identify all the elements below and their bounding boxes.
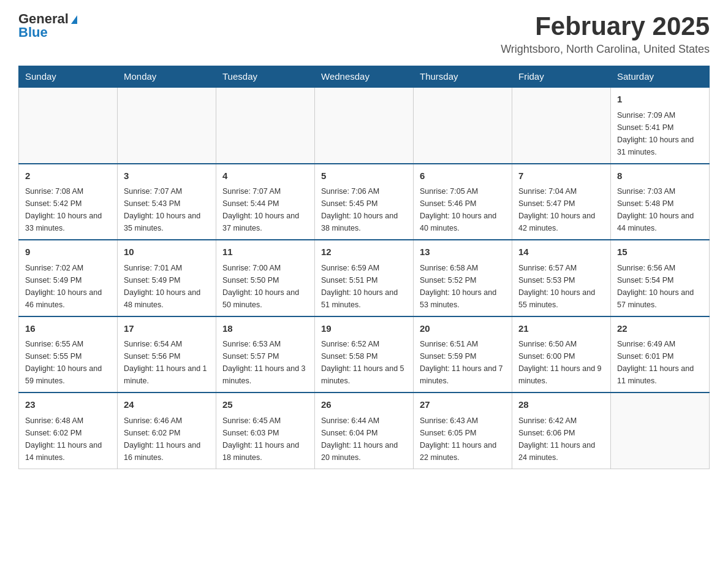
day-cell [216,87,315,164]
day-cell: 20Sunrise: 6:51 AMSunset: 5:59 PMDayligh… [414,316,512,393]
day-cell [414,87,512,164]
day-cell: 17Sunrise: 6:54 AMSunset: 5:56 PMDayligh… [118,316,216,393]
day-cell: 12Sunrise: 6:59 AMSunset: 5:51 PMDayligh… [315,240,414,316]
week-row-1: 1Sunrise: 7:09 AMSunset: 5:41 PMDaylight… [19,87,710,164]
day-cell: 25Sunrise: 6:45 AMSunset: 6:03 PMDayligh… [216,393,315,469]
day-number: 25 [222,398,308,412]
day-cell: 28Sunrise: 6:42 AMSunset: 6:06 PMDayligh… [512,393,611,469]
day-cell: 6Sunrise: 7:05 AMSunset: 5:46 PMDaylight… [414,164,512,240]
day-info: Sunrise: 7:02 AMSunset: 5:49 PMDaylight:… [25,262,111,311]
header-wednesday: Wednesday [315,66,414,88]
day-info: Sunrise: 6:59 AMSunset: 5:51 PMDaylight:… [321,262,407,311]
day-info: Sunrise: 7:06 AMSunset: 5:45 PMDaylight:… [321,185,407,234]
day-info: Sunrise: 7:01 AMSunset: 5:49 PMDaylight:… [124,262,210,311]
day-number: 4 [222,169,308,183]
day-number: 18 [222,322,308,336]
header-thursday: Thursday [414,66,512,88]
day-cell: 15Sunrise: 6:56 AMSunset: 5:54 PMDayligh… [611,240,710,316]
logo-triangle-icon [71,15,77,24]
day-cell: 9Sunrise: 7:02 AMSunset: 5:49 PMDaylight… [19,240,118,316]
day-number: 6 [420,169,506,183]
day-info: Sunrise: 7:07 AMSunset: 5:44 PMDaylight:… [222,185,308,234]
day-info: Sunrise: 6:55 AMSunset: 5:55 PMDaylight:… [25,338,111,387]
day-cell: 18Sunrise: 6:53 AMSunset: 5:57 PMDayligh… [216,316,315,393]
day-cell: 11Sunrise: 7:00 AMSunset: 5:50 PMDayligh… [216,240,315,316]
day-info: Sunrise: 7:07 AMSunset: 5:43 PMDaylight:… [124,185,210,234]
day-info: Sunrise: 7:09 AMSunset: 5:41 PMDaylight:… [617,109,703,158]
week-row-5: 23Sunrise: 6:48 AMSunset: 6:02 PMDayligh… [19,393,710,469]
day-number: 22 [617,322,703,336]
calendar-table: Sunday Monday Tuesday Wednesday Thursday… [18,66,710,469]
day-info: Sunrise: 6:54 AMSunset: 5:56 PMDaylight:… [124,338,210,387]
day-cell: 16Sunrise: 6:55 AMSunset: 5:55 PMDayligh… [19,316,118,393]
day-number: 19 [321,322,407,336]
day-info: Sunrise: 7:05 AMSunset: 5:46 PMDaylight:… [420,185,506,234]
day-cell: 27Sunrise: 6:43 AMSunset: 6:05 PMDayligh… [414,393,512,469]
week-row-4: 16Sunrise: 6:55 AMSunset: 5:55 PMDayligh… [19,316,710,393]
day-cell: 4Sunrise: 7:07 AMSunset: 5:44 PMDaylight… [216,164,315,240]
month-title: February 2025 [501,12,710,40]
header-monday: Monday [118,66,216,88]
day-number: 26 [321,398,407,412]
day-number: 24 [124,398,210,412]
title-block: February 2025 Wrightsboro, North Carolin… [501,12,710,56]
weekday-header-row: Sunday Monday Tuesday Wednesday Thursday… [19,66,710,88]
day-number: 9 [25,245,111,259]
day-cell [19,87,118,164]
day-cell [611,393,710,469]
logo: General Blue [18,12,77,39]
day-number: 20 [420,322,506,336]
day-number: 3 [124,169,210,183]
week-row-2: 2Sunrise: 7:08 AMSunset: 5:42 PMDaylight… [19,164,710,240]
day-cell: 10Sunrise: 7:01 AMSunset: 5:49 PMDayligh… [118,240,216,316]
day-cell: 26Sunrise: 6:44 AMSunset: 6:04 PMDayligh… [315,393,414,469]
header-sunday: Sunday [19,66,118,88]
day-cell: 21Sunrise: 6:50 AMSunset: 6:00 PMDayligh… [512,316,611,393]
header-friday: Friday [512,66,611,88]
day-info: Sunrise: 6:56 AMSunset: 5:54 PMDaylight:… [617,262,703,311]
day-info: Sunrise: 6:52 AMSunset: 5:58 PMDaylight:… [321,338,407,387]
day-info: Sunrise: 7:03 AMSunset: 5:48 PMDaylight:… [617,185,703,234]
day-info: Sunrise: 6:53 AMSunset: 5:57 PMDaylight:… [222,338,308,387]
day-info: Sunrise: 6:50 AMSunset: 6:00 PMDaylight:… [518,338,604,387]
day-number: 17 [124,322,210,336]
day-number: 15 [617,245,703,259]
day-cell: 19Sunrise: 6:52 AMSunset: 5:58 PMDayligh… [315,316,414,393]
day-number: 28 [518,398,604,412]
header-saturday: Saturday [611,66,710,88]
day-number: 5 [321,169,407,183]
day-number: 12 [321,245,407,259]
day-info: Sunrise: 6:44 AMSunset: 6:04 PMDaylight:… [321,415,407,464]
day-cell: 2Sunrise: 7:08 AMSunset: 5:42 PMDaylight… [19,164,118,240]
page-header: General Blue February 2025 Wrightsboro, … [18,12,710,56]
day-info: Sunrise: 7:08 AMSunset: 5:42 PMDaylight:… [25,185,111,234]
day-cell: 22Sunrise: 6:49 AMSunset: 6:01 PMDayligh… [611,316,710,393]
day-cell [118,87,216,164]
logo-general-line: General [18,12,77,26]
day-info: Sunrise: 7:04 AMSunset: 5:47 PMDaylight:… [518,185,604,234]
day-info: Sunrise: 6:51 AMSunset: 5:59 PMDaylight:… [420,338,506,387]
day-number: 23 [25,398,111,412]
day-info: Sunrise: 6:48 AMSunset: 6:02 PMDaylight:… [25,415,111,464]
day-cell: 7Sunrise: 7:04 AMSunset: 5:47 PMDaylight… [512,164,611,240]
day-cell: 1Sunrise: 7:09 AMSunset: 5:41 PMDaylight… [611,87,710,164]
day-cell: 3Sunrise: 7:07 AMSunset: 5:43 PMDaylight… [118,164,216,240]
day-info: Sunrise: 6:42 AMSunset: 6:06 PMDaylight:… [518,415,604,464]
day-cell: 24Sunrise: 6:46 AMSunset: 6:02 PMDayligh… [118,393,216,469]
day-info: Sunrise: 6:57 AMSunset: 5:53 PMDaylight:… [518,262,604,311]
day-number: 11 [222,245,308,259]
day-number: 10 [124,245,210,259]
location-title: Wrightsboro, North Carolina, United Stat… [501,43,710,56]
day-number: 1 [617,93,703,107]
day-number: 27 [420,398,506,412]
day-number: 21 [518,322,604,336]
day-cell: 8Sunrise: 7:03 AMSunset: 5:48 PMDaylight… [611,164,710,240]
day-info: Sunrise: 6:43 AMSunset: 6:05 PMDaylight:… [420,415,506,464]
day-info: Sunrise: 6:58 AMSunset: 5:52 PMDaylight:… [420,262,506,311]
day-info: Sunrise: 6:45 AMSunset: 6:03 PMDaylight:… [222,415,308,464]
week-row-3: 9Sunrise: 7:02 AMSunset: 5:49 PMDaylight… [19,240,710,316]
day-number: 7 [518,169,604,183]
day-number: 13 [420,245,506,259]
header-tuesday: Tuesday [216,66,315,88]
day-number: 2 [25,169,111,183]
